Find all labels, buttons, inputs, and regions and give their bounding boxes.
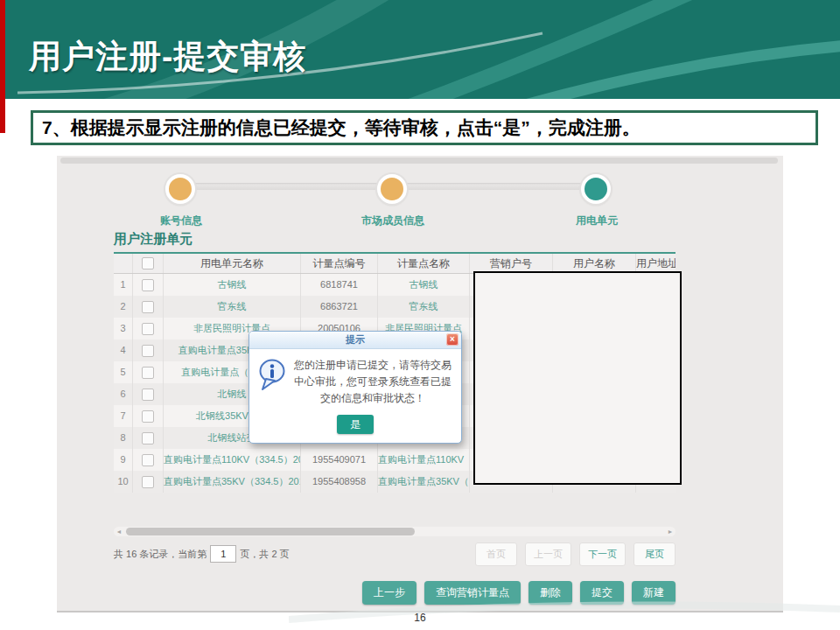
unit-name-link[interactable]: 直购电计量点35KV（334.5）20180 xyxy=(164,471,301,493)
checkbox-cell xyxy=(133,340,164,361)
row-number: 5 xyxy=(114,361,133,383)
prev-page-button[interactable]: 上一页 xyxy=(525,542,571,566)
last-page-button[interactable]: 尾页 xyxy=(634,542,676,566)
delete-button[interactable]: 删除 xyxy=(528,581,572,605)
page-number-input[interactable] xyxy=(210,545,236,563)
prompt-dialog: 提示 × 您的注册申请已提交，请等待交易中心审批，您可登录系统查看已提交的信息和… xyxy=(248,331,462,444)
redaction-rectangle xyxy=(473,271,682,485)
header-checkbox-cell xyxy=(133,254,164,273)
checkbox-cell xyxy=(133,471,164,493)
checkbox-cell xyxy=(133,274,164,296)
step-dot-power-unit[interactable] xyxy=(581,174,611,204)
next-page-button[interactable]: 下一页 xyxy=(579,542,626,566)
horizontal-scrollbar[interactable]: ◄ ► xyxy=(114,527,676,536)
meter-no: 1955409071 xyxy=(301,449,378,471)
record-summary-prefix: 共 16 条记录，当前第 xyxy=(114,548,206,561)
row-number: 8 xyxy=(114,427,133,449)
dialog-title-bar: 提示 × xyxy=(249,332,461,349)
header-meter-name: 计量点名称 xyxy=(378,254,470,273)
meter-no: 6818741 xyxy=(301,274,378,296)
header-user-address: 用户地址 xyxy=(636,254,676,273)
meter-name: 直购电计量点110KV（ xyxy=(378,449,470,471)
meter-name: 古钢线 xyxy=(378,274,470,296)
scroll-left-icon[interactable]: ◄ xyxy=(115,527,123,536)
app-screenshot-region: 账号信息 市场成员信息 用电单元 用户注册单元 用电单元名称 计量点编号 计量点… xyxy=(57,156,783,612)
header-marketing-account: 营销户号 xyxy=(470,254,553,273)
header-unit-name: 用电单元名称 xyxy=(164,254,301,273)
registration-stepper: 账号信息 市场成员信息 用电单元 xyxy=(57,172,783,233)
step-dot-account-info[interactable] xyxy=(165,174,195,204)
step-label-market-member-info: 市场成员信息 xyxy=(332,214,454,228)
header-user-name: 用户名称 xyxy=(553,254,636,273)
checkbox-cell xyxy=(133,361,164,383)
unit-name-link[interactable]: 古钢线 xyxy=(164,274,301,296)
slide-page-number: 16 xyxy=(0,612,840,624)
info-icon xyxy=(258,359,288,392)
row-checkbox[interactable] xyxy=(142,410,154,423)
row-number: 1 xyxy=(114,274,133,296)
row-number: 6 xyxy=(114,383,133,405)
checkbox-cell xyxy=(133,296,164,318)
checkbox-cell xyxy=(133,318,164,340)
pager-buttons: 首页 上一页 下一页 尾页 xyxy=(475,542,676,566)
meter-name: 直购电计量点35KV（ xyxy=(378,471,470,493)
top-edge-bar xyxy=(60,158,778,164)
row-number: 4 xyxy=(114,340,133,361)
submit-button[interactable]: 提交 xyxy=(580,581,624,605)
row-number: 3 xyxy=(114,318,133,340)
slide-title: 用户注册-提交审核 xyxy=(29,35,306,79)
first-page-button[interactable]: 首页 xyxy=(475,542,517,566)
pagination-bar: 共 16 条记录，当前第 页，共 2 页 首页 上一页 下一页 尾页 xyxy=(114,542,676,566)
action-buttons-bar: 上一步 查询营销计量点 删除 提交 新建 xyxy=(114,581,676,605)
row-checkbox[interactable] xyxy=(142,345,154,357)
row-checkbox[interactable] xyxy=(142,279,154,291)
step-label-account-info: 账号信息 xyxy=(120,214,242,228)
row-checkbox[interactable] xyxy=(142,454,154,466)
new-button[interactable]: 新建 xyxy=(632,581,676,605)
select-all-checkbox[interactable] xyxy=(142,257,154,270)
dialog-body: 您的注册申请已提交，请等待交易中心审批，您可登录系统查看已提交的信息和审批状态！… xyxy=(249,349,461,443)
scroll-right-icon[interactable]: ► xyxy=(666,527,675,536)
row-checkbox[interactable] xyxy=(142,432,154,444)
previous-step-button[interactable]: 上一步 xyxy=(362,581,416,605)
row-checkbox[interactable] xyxy=(142,476,154,488)
checkbox-cell xyxy=(133,383,164,405)
slide-header-band: 用户注册-提交审核 xyxy=(0,0,840,99)
checkbox-cell xyxy=(133,405,164,427)
dialog-title: 提示 xyxy=(346,334,365,345)
row-number: 9 xyxy=(114,449,133,471)
unit-name-link[interactable]: 直购电计量点110KV（334.5）2018 xyxy=(164,449,301,471)
section-title: 用户注册单元 xyxy=(114,231,192,248)
row-number: 7 xyxy=(114,405,133,427)
close-icon[interactable]: × xyxy=(446,333,458,346)
row-checkbox[interactable] xyxy=(142,367,154,379)
scrollbar-thumb[interactable] xyxy=(126,528,415,536)
dialog-button-row: 是 xyxy=(258,407,452,434)
header-row-number xyxy=(114,254,133,273)
step-label-power-unit: 用电单元 xyxy=(536,214,658,228)
presentation-slide: 用户注册-提交审核 7、根据提示显示注册的信息已经提交，等待审核，点击“是”，完… xyxy=(0,0,840,630)
yes-button[interactable]: 是 xyxy=(337,415,374,434)
meter-no: 6863721 xyxy=(301,296,378,318)
row-number: 2 xyxy=(114,296,133,318)
row-checkbox[interactable] xyxy=(142,301,154,313)
row-checkbox[interactable] xyxy=(142,323,154,335)
unit-name-link[interactable]: 官东线 xyxy=(164,296,301,318)
instruction-box: 7、根据提示显示注册的信息已经提交，等待审核，点击“是”，完成注册。 xyxy=(31,110,818,145)
step-dot-market-member-info[interactable] xyxy=(377,174,407,204)
meter-no: 1955408958 xyxy=(301,471,378,493)
header-meter-no: 计量点编号 xyxy=(301,254,378,273)
row-checkbox[interactable] xyxy=(142,388,154,401)
meter-name: 官东线 xyxy=(378,296,470,318)
record-summary-suffix: 页，共 2 页 xyxy=(240,548,289,561)
query-marketing-meter-points-button[interactable]: 查询营销计量点 xyxy=(424,581,521,605)
row-number: 10 xyxy=(114,471,133,493)
checkbox-cell xyxy=(133,427,164,449)
checkbox-cell xyxy=(133,449,164,471)
red-accent-stripe xyxy=(0,0,5,133)
